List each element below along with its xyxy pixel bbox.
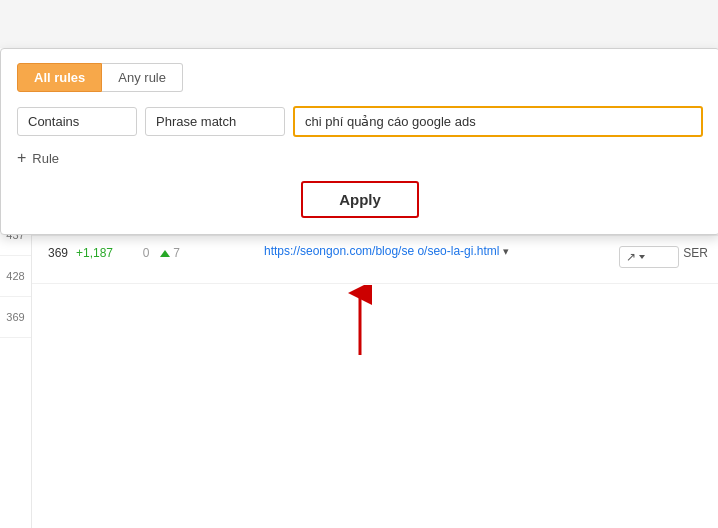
any-rule-tab[interactable]: Any rule (102, 63, 183, 92)
contains-select[interactable]: Contains (17, 107, 137, 136)
left-label-369: 369 (0, 297, 31, 338)
filter-dropdown: All rules Any rule Contains Phrase match… (0, 48, 718, 235)
keyword-input[interactable] (293, 106, 703, 137)
rules-tabs: All rules Any rule (17, 63, 703, 92)
ser-button[interactable]: ↗ (619, 246, 679, 268)
zero-col: 0 (132, 244, 160, 260)
ser-label-3: SER (679, 244, 708, 260)
add-rule-label: Rule (32, 151, 59, 166)
num-col: 369 (36, 244, 76, 260)
all-rules-tab[interactable]: All rules (17, 63, 102, 92)
change-col: +1,187 (76, 244, 132, 260)
apply-button[interactable]: Apply (301, 181, 419, 218)
triangle-up-icon (160, 250, 170, 257)
ser-trend-icon: ↗ (626, 250, 636, 264)
ser-chevron-icon (639, 255, 645, 259)
add-rule-row[interactable]: + Rule (17, 149, 703, 167)
apply-btn-wrap: Apply (17, 181, 703, 218)
link-col: https://seongon.com/blog/se o/seo-la-gi.… (264, 244, 619, 258)
left-label-428: 428 (0, 256, 31, 297)
ser-col: ↗ (619, 244, 679, 268)
badge-col (220, 244, 264, 246)
plus-icon: + (17, 149, 26, 167)
phrase-match-select[interactable]: Phrase match (145, 107, 285, 136)
apply-arrow-annotation (345, 285, 375, 355)
table-row: 369 +1,187 0 7 https://seongon.com/blog/… (0, 236, 718, 284)
rule-row: Contains Phrase match (17, 106, 703, 137)
contains-label: Contains (28, 114, 79, 129)
arrow-col: 7 (160, 244, 220, 260)
phrase-match-label: Phrase match (156, 114, 236, 129)
row-link[interactable]: https://seongon.com/blog/se o/seo-la-gi.… (264, 244, 499, 258)
